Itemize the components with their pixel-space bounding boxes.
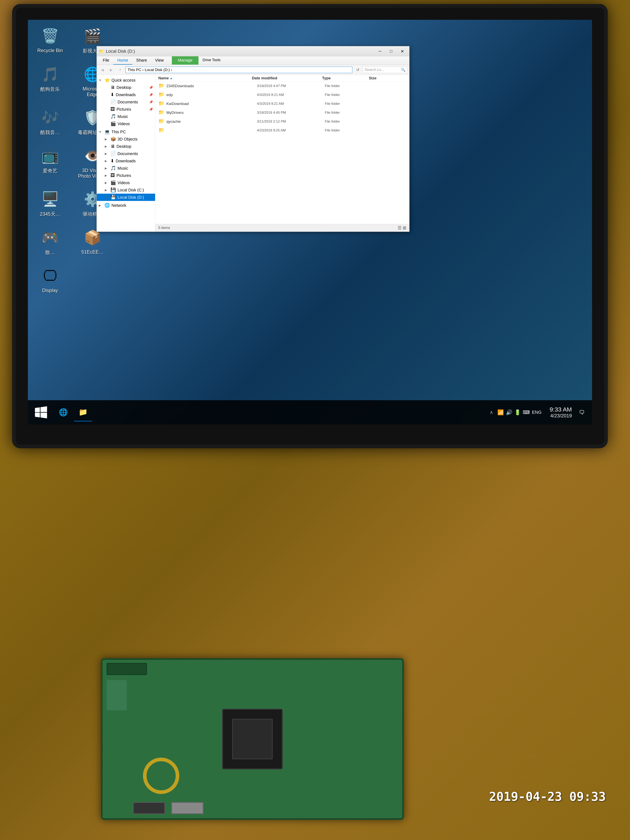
system-tray: 📶 🔊 🔋 ⌨ ENG (497, 409, 542, 415)
back-button[interactable]: ◀ (99, 66, 106, 73)
nav-pictures-pc[interactable]: ▶ 🖼 Pictures (97, 172, 155, 179)
nav-local-disk-d[interactable]: ▼ 💾 Local Disk (D:) (97, 194, 155, 201)
desktop-icon-media-player[interactable]: 🎵 酷狗音乐 (32, 62, 68, 99)
folder-icon-0: 📁 (158, 83, 165, 89)
nav-local-disk-c[interactable]: ▶ 💾 Local Disk (C:) (97, 186, 155, 194)
tab-file[interactable]: File (99, 56, 113, 65)
nav-desktop-pc[interactable]: ▶ 🖥 Desktop (97, 143, 155, 150)
file-type-4: File folder (325, 120, 370, 123)
close-button[interactable]: ✕ (397, 47, 407, 55)
nav-videos-pc[interactable]: ▶ 🎬 Videos (97, 179, 155, 186)
refresh-button[interactable]: ↺ (354, 66, 361, 73)
app2345-icon: 🖥️ (40, 189, 60, 209)
ribbon-tabs: File Home Share View Manage Drive Tools (97, 56, 409, 65)
documents-pc-icon: 📄 (111, 151, 116, 156)
network-icon-nav: 🌐 (104, 203, 110, 208)
quick-access-arrow: ▼ (99, 79, 103, 82)
file-date-3: 3/18/2019 4:45 PM (257, 111, 325, 115)
this-pc-icon: 💻 (104, 129, 110, 134)
taskbar-edge-icon: 🌐 (58, 407, 68, 418)
up-button[interactable]: ↑ (117, 66, 124, 73)
tab-view[interactable]: View (151, 56, 168, 65)
nav-music-pc[interactable]: ▶ 🎵 Music (97, 164, 155, 172)
notification-button[interactable]: 🗨 (576, 403, 588, 422)
nav-documents-pc[interactable]: ▶ 📄 Documents (97, 150, 155, 157)
network-arrow: ▶ (99, 204, 103, 207)
recycle-bin-icon: 🗑️ (40, 26, 60, 46)
file-item-kwdownload[interactable]: 📁 KwDownload 4/3/2019 8:21 AM File folde… (155, 99, 409, 108)
documents-pc-label: Documents (117, 152, 138, 156)
grid-view-icon[interactable]: ⊞ (403, 225, 406, 231)
file-date-4: 3/11/2019 2:12 PM (257, 120, 325, 123)
taskbar-right: ∧ 📶 🔊 🔋 ⌨ ENG 9:33 AM 4/23/2019 🗨 (489, 403, 588, 422)
list-view-icon[interactable]: ☰ (398, 225, 402, 231)
search-box[interactable]: Search Lo... 🔍 (363, 66, 407, 73)
desktop-icon-display[interactable]: 🖵 Display (32, 264, 68, 295)
vga-connector (171, 802, 204, 814)
clock-time: 9:33 AM (549, 406, 572, 413)
col-size-header[interactable]: Size (369, 76, 406, 81)
nav-documents-quick[interactable]: 📄 Documents 📌 (97, 98, 155, 106)
nav-this-pc[interactable]: ▼ 💻 This PC (97, 128, 155, 136)
desktop-icon-app2345[interactable]: 🖥️ 2345天… (32, 187, 68, 219)
file-name-0: 2345Downloads (166, 84, 257, 88)
nav-music-quick[interactable]: 🎵 Music (97, 113, 155, 120)
address-path[interactable]: This PC › Local Disk (D:) › (125, 66, 352, 73)
file-type-2: File folder (325, 102, 370, 106)
desktop-icon-iqiyi[interactable]: 📺 爱奇艺 (32, 144, 68, 181)
iqiyi-icon: 📺 (40, 146, 60, 166)
downloads-nav-label: Downloads (116, 93, 136, 97)
nav-network[interactable]: ▶ 🌐 Network (97, 202, 155, 209)
nav-downloads-quick[interactable]: ⬇ Downloads 📌 (97, 91, 155, 98)
tab-manage[interactable]: Manage (172, 56, 199, 65)
desktop-icon-recycle-bin[interactable]: 🗑️ Recycle Bin (32, 24, 68, 56)
taskbar-edge[interactable]: 🌐 (54, 403, 72, 422)
tab-share[interactable]: Share (132, 56, 151, 65)
start-button[interactable] (32, 403, 50, 422)
desktop-icon-cool-music[interactable]: 🎶 酷我音… (32, 106, 68, 138)
file-list: 📁 2345Downloads 3/18/2019 4:47 PM File f… (155, 82, 409, 224)
nav-downloads-pc[interactable]: ▶ ⬇ Downloads (97, 157, 155, 164)
file-item-extra[interactable]: 📁 4/23/2019 9:25 AM File folder (155, 126, 409, 135)
col-date-header[interactable]: Date modified (252, 76, 322, 81)
forward-button[interactable]: ▶ (107, 66, 115, 73)
maximize-button[interactable]: □ (386, 47, 396, 55)
taskbar-clock[interactable]: 9:33 AM 4/23/2019 (549, 406, 572, 418)
file-name-4: qycache (166, 119, 257, 124)
pictures-nav-label: Pictures (117, 107, 131, 112)
file-item-2345downloads[interactable]: 📁 2345Downloads 3/18/2019 4:47 PM File f… (155, 82, 409, 90)
tab-home[interactable]: Home (113, 56, 132, 65)
file-item-mydrivers[interactable]: 📁 MyDrivers 3/18/2019 4:45 PM File folde… (155, 108, 409, 117)
taskbar: 🌐 📁 ∧ 📶 🔊 🔋 ⌨ ENG 9:33 AM 4/23/2019 (28, 400, 592, 425)
local-disk-c-icon: 💾 (111, 187, 116, 193)
search-placeholder: Search Lo... (365, 68, 384, 72)
taskbar-chevron[interactable]: ∧ (489, 409, 493, 415)
inductor-coil (143, 758, 179, 794)
nav-quick-access[interactable]: ▼ ⭐ Quick access (97, 77, 155, 84)
lang-tray-label: ENG (532, 410, 542, 415)
file-item-edp[interactable]: 📁 edp 4/3/2019 8:21 AM File folder (155, 90, 409, 99)
explorer-main: ▼ ⭐ Quick access 🖥 Desktop 📌 (97, 75, 409, 232)
desktop-icon-game[interactable]: 🎮 散… (32, 225, 68, 257)
nav-pictures-quick[interactable]: 🖼 Pictures 📌 (97, 106, 155, 113)
cool-music-label: 酷我音… (40, 129, 60, 136)
nav-videos-quick[interactable]: 🎬 Videos (97, 120, 155, 128)
col-name-header[interactable]: Name ▲ (158, 76, 252, 81)
videos-pc-label: Videos (117, 180, 130, 185)
file-item-qycache[interactable]: 📁 qycache 3/11/2019 2:12 PM File folder (155, 117, 409, 126)
folder-icon-5: 📁 (158, 127, 165, 134)
pictures-pc-icon: 🖼 (111, 173, 115, 178)
status-bar: 5 items ☰ ⊞ (155, 224, 409, 232)
nav-3d-objects[interactable]: ▶ 📦 3D Objects (97, 136, 155, 143)
hdmi-connector (133, 802, 165, 814)
network-label: Network (112, 203, 126, 208)
nav-desktop-quick[interactable]: 🖥 Desktop 📌 (97, 84, 155, 91)
minimize-button[interactable]: ─ (375, 47, 385, 55)
sound-tray-icon: 🔊 (506, 409, 512, 415)
taskbar-explorer[interactable]: 📁 (74, 403, 92, 422)
tab-drive-tools[interactable]: Drive Tools (199, 56, 224, 65)
documents-nav-label: Documents (117, 100, 138, 104)
col-type-header[interactable]: Type (322, 76, 369, 81)
quick-access-section: ▼ ⭐ Quick access 🖥 Desktop 📌 (97, 77, 155, 128)
app2345-label: 2345天… (40, 211, 60, 217)
